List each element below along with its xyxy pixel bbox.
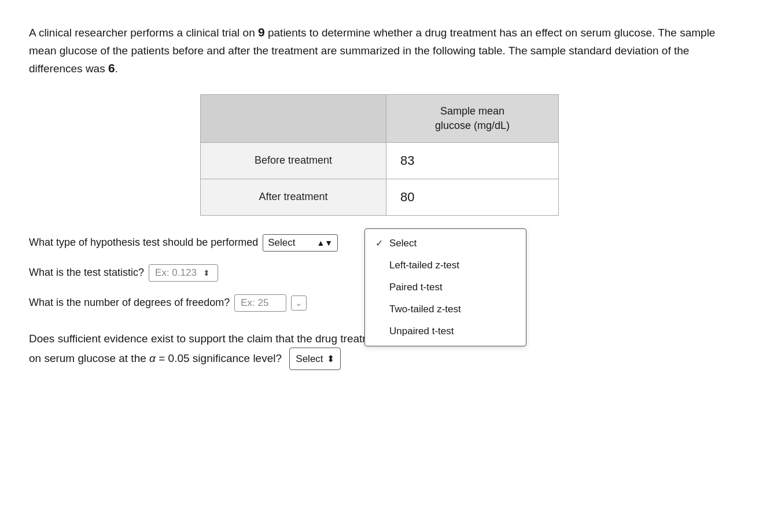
dropdown-item-label: Select <box>389 238 417 249</box>
dropdown-item-left-z[interactable]: Left-tailed z-test <box>365 254 526 276</box>
intro-text3: . <box>115 62 118 75</box>
up-down-icon: ⌄ <box>295 298 303 308</box>
hypothesis-select[interactable]: Select ▲▼ <box>263 234 338 252</box>
question1-row: What type of hypothesis test should be p… <box>29 234 730 252</box>
test-statistic-input[interactable]: Ex: 0.123 ⬍ <box>149 264 218 282</box>
question1-text: What type of hypothesis test should be p… <box>29 237 258 249</box>
check-icon: ✓ <box>375 238 385 249</box>
evidence-select-arrows: ⬍ <box>327 352 334 367</box>
dropdown-item-two-z[interactable]: Two-tailed z-test <box>365 298 526 320</box>
intro-text1: A clinical researcher performs a clinica… <box>29 27 255 39</box>
question3-text: What is the number of degrees of freedom… <box>29 297 230 309</box>
table-wrapper: Sample mean glucose (mg/dL) Before treat… <box>29 94 730 216</box>
equals-sign: = <box>156 352 168 364</box>
dropdown-item-label: Unpaired t-test <box>389 326 454 337</box>
stepper-icon[interactable]: ⬍ <box>203 268 210 278</box>
question4-text3: significance level? <box>193 352 282 364</box>
degrees-placeholder: Ex: 25 <box>241 297 268 308</box>
dropdown-item-unpaired-t[interactable]: Unpaired t-test <box>365 320 526 342</box>
alpha-value: 0.05 <box>168 352 190 364</box>
table-row-before: Before treatment 83 <box>201 142 559 179</box>
table-header-glucose: Sample mean glucose (mg/dL) <box>386 94 558 142</box>
degrees-stepper[interactable]: ⌄ <box>291 295 307 311</box>
before-value: 83 <box>386 142 558 179</box>
std-dev: 6 <box>108 61 115 75</box>
before-label: Before treatment <box>201 142 386 179</box>
dropdown-item-label: Two-tailed z-test <box>389 304 461 315</box>
dropdown-item-label: Paired t-test <box>389 282 443 293</box>
intro-paragraph: A clinical researcher performs a clinica… <box>29 23 730 78</box>
table-header-empty <box>201 94 386 142</box>
table-row-after: After treatment 80 <box>201 179 559 215</box>
dropdown-item-select[interactable]: ✓ Select <box>365 232 526 254</box>
dropdown-item-paired-t[interactable]: Paired t-test <box>365 276 526 298</box>
evidence-select-label: Select <box>296 351 323 367</box>
data-table: Sample mean glucose (mg/dL) Before treat… <box>200 94 559 216</box>
dropdown-item-label: Left-tailed z-test <box>389 260 459 271</box>
question2-text: What is the test statistic? <box>29 267 144 279</box>
hypothesis-dropdown[interactable]: ✓ Select Left-tailed z-test Paired t-tes… <box>364 228 526 346</box>
select-arrow-icon: ▲▼ <box>317 238 333 247</box>
after-value: 80 <box>386 179 558 215</box>
after-label: After treatment <box>201 179 386 215</box>
evidence-select-button[interactable]: Select ⬍ <box>289 348 340 370</box>
question4-text2: on serum glucose at the <box>29 352 146 364</box>
select-placeholder: Select <box>268 237 313 249</box>
patients-count: 9 <box>258 25 265 39</box>
degrees-freedom-input[interactable]: Ex: 25 <box>234 294 286 312</box>
test-statistic-placeholder: Ex: 0.123 <box>155 267 197 278</box>
alpha-symbol: α <box>149 352 156 364</box>
